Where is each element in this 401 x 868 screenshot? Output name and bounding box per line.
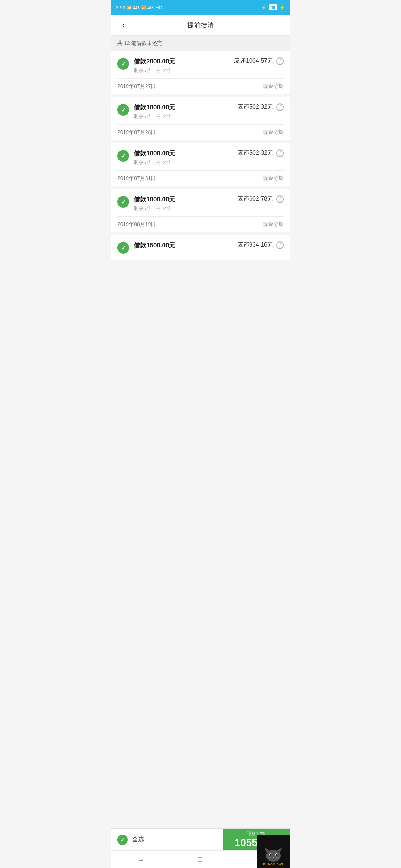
due-amount-4: 应还602.78元 bbox=[237, 195, 273, 203]
summary-bar: 共 12 笔借款未还完 bbox=[111, 36, 290, 51]
black-cat-text: BLACK CAT bbox=[263, 862, 283, 866]
status-bar: 3:53 📶 4G 📶 4G HD ⚡ 46 ⚡ bbox=[111, 0, 290, 15]
svg-point-7 bbox=[273, 857, 274, 858]
loan-date-4: 2019年08月19日 bbox=[117, 221, 156, 228]
info-icon-1[interactable]: i bbox=[276, 57, 284, 65]
loan-amount-1: 借款2000.00元 bbox=[134, 57, 175, 66]
due-amount-3: 应还502.32元 bbox=[237, 149, 273, 157]
loan-date-2: 2019年07月28日 bbox=[117, 129, 156, 136]
nav-bar: ≡ □ ◁ BLA bbox=[111, 850, 290, 868]
selected-icon-1[interactable]: ✓ bbox=[117, 58, 129, 70]
loan-card-4: ✓ 借款1000.00元 剩余6期，共12期 应还602.78元 i 2019年… bbox=[111, 189, 290, 232]
network-left: 4G bbox=[133, 5, 139, 10]
summary-suffix: 笔借款未还完 bbox=[131, 40, 162, 46]
cat-face-icon bbox=[264, 848, 283, 862]
select-all-checkbox[interactable]: ✓ bbox=[117, 835, 128, 845]
selected-icon-3[interactable]: ✓ bbox=[117, 150, 129, 162]
loan-type-4: 现金分期 bbox=[263, 221, 284, 228]
loan-period-2: 剩余5期，共12期 bbox=[134, 113, 175, 120]
bottom-bar: ✓ 全选 还款12笔 10558.53 ≡ □ ◁ bbox=[111, 828, 290, 868]
status-right: ⚡ 46 ⚡ bbox=[261, 4, 285, 10]
loan-amount-3: 借款1000.00元 bbox=[134, 149, 175, 158]
summary-prefix: 共 bbox=[117, 40, 123, 46]
hd-label: HD bbox=[155, 5, 162, 10]
info-icon-partial[interactable]: i bbox=[276, 241, 284, 249]
loan-card-2: ✓ 借款1000.00元 剩余5期，共12期 应还502.32元 i 2019年… bbox=[111, 97, 290, 140]
loan-period-4: 剩余6期，共12期 bbox=[134, 205, 175, 212]
loan-count: 12 bbox=[124, 40, 130, 46]
loan-card-1: ✓ 借款2000.00元 剩余5期，共12期 应还1004.57元 i 2019… bbox=[111, 51, 290, 94]
due-amount-2: 应还502.32元 bbox=[237, 103, 273, 111]
charging-icon: ⚡ bbox=[279, 5, 285, 10]
network-right: 4G bbox=[147, 5, 154, 10]
due-amount-1: 应还1004.57元 bbox=[234, 57, 273, 65]
svg-point-0 bbox=[266, 850, 281, 862]
loan-amount-4: 借款1000.00元 bbox=[134, 195, 175, 204]
loan-type-2: 现金分期 bbox=[263, 129, 284, 136]
selected-icon-4[interactable]: ✓ bbox=[117, 196, 129, 208]
info-icon-4[interactable]: i bbox=[276, 195, 284, 203]
loan-type-1: 现金分期 bbox=[263, 83, 284, 90]
status-left: 3:53 📶 4G 📶 4G HD bbox=[116, 5, 162, 10]
bluetooth-icon: ⚡ bbox=[261, 5, 267, 10]
loan-amount-2: 借款1000.00元 bbox=[134, 103, 175, 112]
loan-card-3: ✓ 借款1000.00元 剩余5期，共12期 应还502.32元 i 2019年… bbox=[111, 143, 290, 186]
nav-menu-button[interactable]: ≡ bbox=[130, 852, 152, 867]
signal-icon-right: 📶 bbox=[141, 5, 146, 10]
info-icon-2[interactable]: i bbox=[276, 103, 284, 111]
loan-date-3: 2019年07月31日 bbox=[117, 175, 156, 182]
nav-home-button[interactable]: □ bbox=[189, 852, 211, 867]
back-button[interactable]: ‹ bbox=[117, 19, 129, 31]
battery-display: 46 bbox=[269, 4, 277, 10]
select-all-label: 全选 bbox=[132, 836, 144, 844]
black-cat-logo: BLACK CAT bbox=[257, 835, 290, 868]
svg-point-5 bbox=[270, 854, 271, 856]
page-title: 提前结清 bbox=[187, 21, 214, 30]
info-icon-3[interactable]: i bbox=[276, 149, 284, 157]
svg-point-6 bbox=[276, 854, 277, 856]
due-amount-partial: 应还934.16元 bbox=[237, 241, 273, 249]
selected-icon-partial[interactable]: ✓ bbox=[117, 242, 129, 254]
loan-period-3: 剩余5期，共12期 bbox=[134, 159, 175, 166]
loan-amount-partial: 借款1500.00元 bbox=[134, 241, 175, 250]
selected-icon-2[interactable]: ✓ bbox=[117, 104, 129, 116]
signal-icon-left: 📶 bbox=[127, 5, 131, 10]
loan-type-3: 现金分期 bbox=[263, 175, 284, 182]
time-display: 3:53 bbox=[116, 5, 125, 10]
loan-period-1: 剩余5期，共12期 bbox=[134, 67, 175, 74]
page-header: ‹ 提前结清 bbox=[111, 15, 290, 36]
loan-date-1: 2019年07月27日 bbox=[117, 83, 156, 90]
loan-card-partial: ✓ 借款1500.00元 应还934.16元 i bbox=[111, 235, 290, 260]
